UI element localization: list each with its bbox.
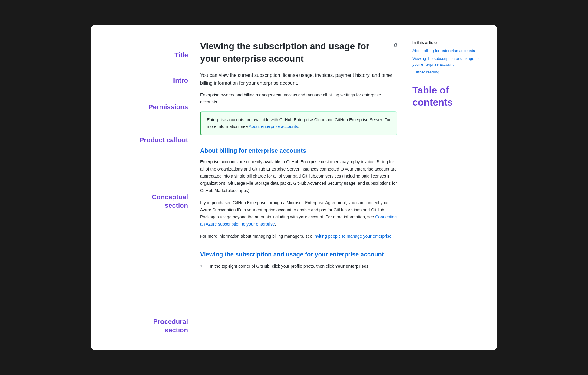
page-container: Title Intro Permissions Product callout … [91,25,497,350]
toc-link-further[interactable]: Further reading [412,69,485,75]
permissions-annotation: Permissions [103,103,188,112]
conceptual-para2: If you purchased GitHub Enterprise throu… [200,199,397,228]
steps-list: 1 In the top-right corner of GitHub, cli… [200,263,397,269]
intro-annotation: Intro [103,76,188,85]
toc-title-label: Table of contents [412,84,485,108]
toc-sidebar: In this article About billing for enterp… [406,40,485,335]
annotations-column: Title Intro Permissions Product callout … [103,40,194,335]
permissions-paragraph: Enterprise owners and billing managers c… [200,92,397,105]
conceptual-para3-prefix: For more information about managing bill… [200,234,313,239]
intro-paragraph: You can view the current subscription, l… [200,71,397,87]
conceptual-annotation-line2: section [103,201,188,210]
conceptual-para1: Enterprise accounts are currently availa… [200,158,397,194]
step-1-number: 1 [200,263,205,269]
conceptual-section: About billing for enterprise accounts En… [200,147,397,240]
article-title-container: Viewing the subscription and usage for y… [200,40,397,65]
callout-suffix: . [298,124,299,129]
toc-link-billing[interactable]: About billing for enterprise accounts [412,48,485,54]
print-icon[interactable]: ⎙ [394,42,397,49]
toc-in-article-label: In this article [412,40,485,45]
procedural-section: Viewing the subscription and usage for y… [200,251,397,269]
conceptual-para3: For more information about managing bill… [200,233,397,240]
step1-suffix: . [368,264,370,269]
step-1-text: In the top-right corner of GitHub, click… [210,263,397,269]
toc-title-line1: Table of [412,84,485,96]
main-content: Viewing the subscription and usage for y… [194,40,406,335]
procedural-heading[interactable]: Viewing the subscription and usage for y… [200,251,397,258]
step1-bold: Your enterprises [335,264,368,269]
conceptual-para2-prefix: If you purchased GitHub Enterprise throu… [200,200,389,220]
conceptual-heading[interactable]: About billing for enterprise accounts [200,147,397,154]
conceptual-para3-suffix: . [391,234,393,239]
conceptual-annotation-line1: Conceptual [103,193,188,202]
procedural-annotation-line2: section [103,326,188,335]
toc-link-viewing[interactable]: Viewing the subscription and usage for y… [412,56,485,67]
inviting-people-link[interactable]: Inviting people to manage your enterpris… [313,234,391,239]
procedural-annotation-line1: Procedural [103,318,188,326]
step1-prefix: In the top-right corner of GitHub, click… [210,264,335,269]
article-title: Viewing the subscription and usage for y… [200,40,390,65]
toc-title-line2: contents [412,96,485,108]
product-callout-annotation: Product callout [103,136,188,145]
callout-link[interactable]: About enterprise accounts [249,124,298,129]
step-1: 1 In the top-right corner of GitHub, cli… [200,263,397,269]
product-callout-box: Enterprise accounts are available with G… [200,111,397,135]
conceptual-para2-suffix: . [275,222,276,227]
title-annotation: Title [103,51,188,60]
